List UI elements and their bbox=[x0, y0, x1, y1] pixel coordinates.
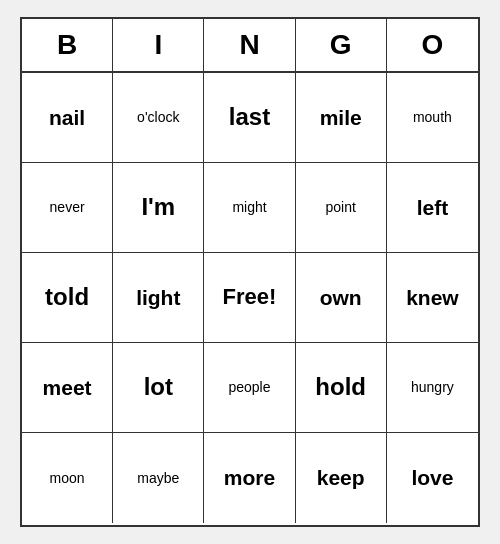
header-letter: G bbox=[296, 19, 387, 71]
bingo-cell: more bbox=[204, 433, 295, 523]
cell-word: Free! bbox=[223, 284, 277, 310]
bingo-cell: told bbox=[22, 253, 113, 343]
cell-word: hungry bbox=[411, 379, 454, 396]
bingo-cell: knew bbox=[387, 253, 478, 343]
bingo-cell: keep bbox=[296, 433, 387, 523]
bingo-header: BINGO bbox=[22, 19, 478, 73]
bingo-cell: lot bbox=[113, 343, 204, 433]
cell-word: I'm bbox=[141, 193, 175, 222]
bingo-cell: mouth bbox=[387, 73, 478, 163]
bingo-cell: last bbox=[204, 73, 295, 163]
cell-word: meet bbox=[43, 375, 92, 400]
cell-word: mile bbox=[320, 105, 362, 130]
cell-word: nail bbox=[49, 105, 85, 130]
cell-word: own bbox=[320, 285, 362, 310]
cell-word: hold bbox=[315, 373, 366, 402]
header-letter: I bbox=[113, 19, 204, 71]
bingo-cell: nail bbox=[22, 73, 113, 163]
cell-word: left bbox=[417, 195, 449, 220]
bingo-cell: I'm bbox=[113, 163, 204, 253]
cell-word: lot bbox=[144, 373, 173, 402]
bingo-cell: point bbox=[296, 163, 387, 253]
cell-word: maybe bbox=[137, 470, 179, 487]
bingo-cell: never bbox=[22, 163, 113, 253]
header-letter: N bbox=[204, 19, 295, 71]
cell-word: people bbox=[228, 379, 270, 396]
bingo-cell: might bbox=[204, 163, 295, 253]
cell-word: love bbox=[411, 465, 453, 490]
bingo-cell: Free! bbox=[204, 253, 295, 343]
bingo-grid: nailo'clocklastmilemouthneverI'mmightpoi… bbox=[22, 73, 478, 523]
bingo-cell: maybe bbox=[113, 433, 204, 523]
cell-word: more bbox=[224, 465, 275, 490]
bingo-cell: hungry bbox=[387, 343, 478, 433]
cell-word: moon bbox=[50, 470, 85, 487]
bingo-cell: o'clock bbox=[113, 73, 204, 163]
bingo-cell: mile bbox=[296, 73, 387, 163]
bingo-cell: hold bbox=[296, 343, 387, 433]
cell-word: might bbox=[232, 199, 266, 216]
cell-word: told bbox=[45, 283, 89, 312]
cell-word: keep bbox=[317, 465, 365, 490]
cell-word: mouth bbox=[413, 109, 452, 126]
bingo-cell: own bbox=[296, 253, 387, 343]
bingo-card: BINGO nailo'clocklastmilemouthneverI'mmi… bbox=[20, 17, 480, 527]
bingo-cell: moon bbox=[22, 433, 113, 523]
header-letter: O bbox=[387, 19, 478, 71]
cell-word: o'clock bbox=[137, 109, 179, 126]
cell-word: point bbox=[326, 199, 356, 216]
cell-word: last bbox=[229, 103, 270, 132]
bingo-cell: meet bbox=[22, 343, 113, 433]
bingo-cell: left bbox=[387, 163, 478, 253]
bingo-cell: love bbox=[387, 433, 478, 523]
cell-word: knew bbox=[406, 285, 459, 310]
header-letter: B bbox=[22, 19, 113, 71]
bingo-cell: light bbox=[113, 253, 204, 343]
bingo-cell: people bbox=[204, 343, 295, 433]
cell-word: light bbox=[136, 285, 180, 310]
cell-word: never bbox=[50, 199, 85, 216]
